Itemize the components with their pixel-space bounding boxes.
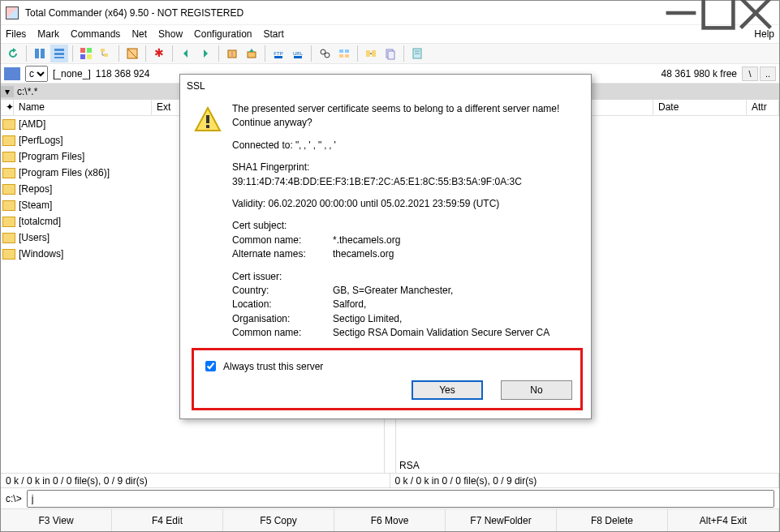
- menu-files[interactable]: Files: [6, 28, 26, 40]
- unpack-icon[interactable]: [243, 45, 261, 62]
- window-title: Total Commander (x64) 9.50 - NOT REGISTE…: [25, 7, 662, 19]
- f3-view-button[interactable]: F3 View: [1, 509, 112, 531]
- svg-text:✱: ✱: [154, 47, 164, 59]
- svg-text:URL: URL: [293, 51, 304, 56]
- iss-l-label: Location:: [232, 298, 333, 311]
- iss-o-value: Sectigo Limited,: [333, 312, 402, 326]
- drive-size-left: 118 368 924: [96, 68, 150, 79]
- toolbar: ✱ FTP URL: [1, 43, 779, 64]
- svg-rect-8: [54, 57, 64, 58]
- drive-root-button[interactable]: \: [742, 66, 758, 81]
- svg-rect-9: [80, 48, 85, 53]
- sort-indicator[interactable]: ✦: [1, 100, 14, 115]
- dialog-title: SSL: [180, 75, 591, 97]
- menu-show[interactable]: Show: [158, 28, 183, 40]
- connected-label: Connected to:: [232, 139, 295, 151]
- sync-icon[interactable]: [362, 45, 380, 62]
- col-attr[interactable]: Attr: [747, 100, 779, 115]
- iss-c-label: Country:: [232, 284, 333, 298]
- folder-icon: [2, 135, 15, 146]
- titlebar: Total Commander (x64) 9.50 - NOT REGISTE…: [1, 1, 779, 25]
- maximize-button[interactable]: [700, 2, 737, 24]
- svg-rect-25: [294, 56, 302, 58]
- refresh-icon[interactable]: [4, 45, 22, 62]
- svg-rect-11: [80, 54, 85, 59]
- pack-icon[interactable]: [223, 45, 241, 62]
- status-left: 0 k / 0 k in 0 / 0 file(s), 0 / 9 dir(s): [1, 474, 390, 487]
- command-input[interactable]: [27, 490, 774, 508]
- svg-text:FTP: FTP: [274, 51, 282, 56]
- notepad-icon[interactable]: [408, 45, 426, 62]
- status-right: 0 k / 0 k in 0 / 0 file(s), 0 / 9 dir(s): [390, 474, 780, 487]
- cert-issuer-header: Cert issuer:: [232, 270, 559, 284]
- ssl-dialog: SSL The presented server certificate see…: [179, 74, 592, 419]
- menu-net[interactable]: Net: [131, 28, 147, 40]
- svg-rect-23: [274, 56, 282, 58]
- svg-rect-13: [101, 49, 105, 52]
- dialog-warn2: Continue anyway?: [232, 116, 559, 130]
- ftp-icon[interactable]: FTP: [269, 45, 287, 62]
- drive-select[interactable]: c: [25, 66, 48, 82]
- iss-l-value: Salford,: [333, 298, 366, 311]
- drive-icon: [4, 67, 20, 80]
- folder-icon: [2, 233, 15, 243]
- invert-selection-icon[interactable]: [123, 45, 141, 62]
- iss-cn-value: Sectigo RSA Domain Validation Secure Ser…: [333, 326, 549, 340]
- svg-rect-30: [339, 54, 343, 58]
- drive-updir-button[interactable]: ..: [760, 66, 776, 81]
- multirename-icon[interactable]: [335, 45, 353, 62]
- altf4-exit-button[interactable]: Alt+F4 Exit: [668, 509, 779, 531]
- view-full-icon[interactable]: [50, 45, 68, 62]
- command-prompt: c:\>: [6, 493, 22, 504]
- yes-button[interactable]: Yes: [412, 380, 483, 400]
- svg-rect-29: [345, 49, 349, 53]
- sha-value: 39:11:4D:74:4B:DD:EE:F3:1B:E7:2C:A5:E1:8…: [232, 175, 559, 189]
- dialog-warn1: The presented server certificate seems t…: [232, 102, 559, 116]
- forward-icon[interactable]: [196, 45, 214, 62]
- menu-mark[interactable]: Mark: [37, 28, 59, 40]
- iss-c-value: GB, S=Greater Manchester,: [333, 284, 453, 298]
- folder-icon: [2, 152, 15, 162]
- svg-rect-31: [345, 54, 349, 58]
- f4-edit-button[interactable]: F4 Edit: [112, 509, 223, 531]
- no-button[interactable]: No: [501, 380, 572, 400]
- command-bar: c:\>: [1, 487, 779, 508]
- menu-configuration[interactable]: Configuration: [194, 28, 252, 40]
- back-icon[interactable]: [177, 45, 195, 62]
- col-date[interactable]: Date: [653, 100, 747, 115]
- svg-rect-28: [339, 49, 343, 53]
- folder-icon: [2, 184, 15, 195]
- svg-rect-35: [388, 51, 394, 59]
- svg-rect-32: [366, 50, 370, 57]
- thumbnails-icon[interactable]: [77, 45, 95, 62]
- subj-cn-label: Common name:: [232, 234, 333, 247]
- sha-label: SHA1 Fingerprint:: [232, 161, 559, 174]
- f5-copy-button[interactable]: F5 Copy: [223, 509, 334, 531]
- svg-rect-40: [206, 115, 209, 123]
- minimize-button[interactable]: [662, 2, 700, 24]
- copy-names-icon[interactable]: [381, 45, 399, 62]
- app-icon: [6, 6, 19, 19]
- svg-rect-41: [206, 125, 209, 128]
- f6-move-button[interactable]: F6 Move: [334, 509, 446, 531]
- view-brief-icon[interactable]: [31, 45, 49, 62]
- tree-icon[interactable]: [97, 45, 114, 62]
- col-name[interactable]: Name: [14, 100, 152, 115]
- svg-rect-1: [704, 0, 734, 28]
- always-trust-checkbox[interactable]: [205, 361, 216, 371]
- f7-newfolder-button[interactable]: F7 NewFolder: [446, 509, 557, 531]
- menu-help[interactable]: Help: [754, 28, 774, 40]
- f8-delete-button[interactable]: F8 Delete: [557, 509, 668, 531]
- stop-icon[interactable]: ✱: [150, 45, 168, 62]
- col-ext-right[interactable]: [621, 100, 653, 115]
- current-path: c:\*.*: [14, 86, 41, 97]
- url-icon[interactable]: URL: [289, 45, 307, 62]
- menu-commands[interactable]: Commands: [71, 28, 120, 40]
- close-button[interactable]: [737, 2, 774, 24]
- svg-rect-5: [41, 49, 45, 58]
- function-bar: F3 View F4 Edit F5 Copy F6 Move F7 NewFo…: [1, 508, 779, 531]
- path-dropdown-icon[interactable]: ▾: [1, 86, 14, 97]
- search-icon[interactable]: [316, 45, 334, 62]
- svg-point-27: [325, 53, 330, 58]
- menu-start[interactable]: Start: [263, 28, 283, 40]
